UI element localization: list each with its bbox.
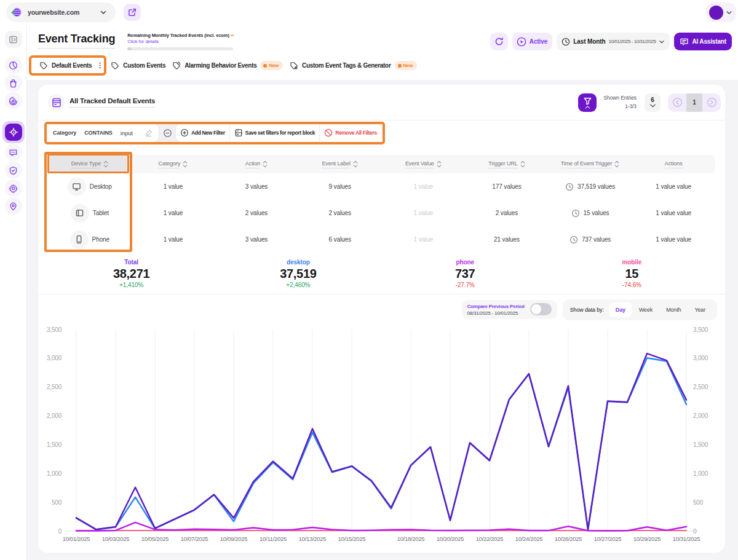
usage-progress-bar [127, 47, 233, 50]
report-card: All Tracked Default Events Shown Entries [38, 85, 725, 553]
location-pin-icon [9, 202, 18, 211]
sidebar-item-gear[interactable] [5, 179, 22, 197]
remove-filter-icon[interactable] [163, 128, 172, 138]
chat-icon [9, 148, 18, 157]
chevron-down-icon [726, 9, 732, 16]
sidebar-toggle-button[interactable] [5, 31, 22, 48]
sidebar-item-pie-chart[interactable] [5, 57, 22, 74]
tab-custom-events[interactable]: Custom Events [111, 61, 165, 70]
column-header-category[interactable]: Category [132, 160, 215, 168]
series-total [76, 353, 686, 529]
date-range-picker[interactable]: Last Month 10/01/2025 - 10/31/2025 [557, 33, 670, 50]
page-size-select[interactable]: 6 [645, 93, 661, 112]
table-row-desktop[interactable]: Desktop1 value3 values9 values1 value177… [48, 173, 715, 200]
series-desktop [76, 358, 686, 529]
filter-value[interactable]: input [121, 130, 133, 136]
tab-label: Default Events [52, 62, 92, 69]
user-menu[interactable] [706, 2, 736, 22]
table-cell: 6 values [298, 236, 382, 243]
sidebar-item-swirl[interactable] [5, 92, 22, 109]
events-line-chart: 005005001,0001,0001,5001,5002,0002,0002,… [38, 325, 725, 551]
sort-icon[interactable] [614, 160, 619, 168]
open-website-button[interactable] [124, 4, 141, 21]
device-cell: Tablet [48, 204, 132, 223]
column-header-trigger-url[interactable]: Trigger URL [465, 160, 549, 168]
filter-operator[interactable]: CONTAINS [84, 130, 113, 136]
sidebar-item-target-active[interactable] [2, 121, 25, 143]
x-tick: 10/18/2025 [397, 535, 425, 542]
stat-change: +1,410% [48, 282, 215, 288]
edit-filter-icon[interactable] [144, 128, 153, 138]
table-cell: 1 value value [632, 236, 715, 243]
sort-icon[interactable] [103, 160, 108, 168]
tag-gear-icon [290, 61, 298, 70]
table-row-tablet[interactable]: Tablet1 value2 values2 values1 value2 va… [48, 200, 715, 226]
next-page-button[interactable] [702, 93, 721, 112]
clock-icon [569, 235, 578, 244]
sort-icon[interactable] [520, 160, 525, 168]
column-filter-button[interactable] [578, 93, 597, 112]
tab-custom-event-tags-generator[interactable]: Custom Event Tags & GeneratorNew [290, 61, 417, 70]
column-header-device-type[interactable]: Device Type [48, 160, 132, 168]
tab-alarming-behavior-events[interactable]: Alarming Behavior EventsNew [172, 61, 283, 70]
sidebar-item-chat[interactable] [5, 144, 22, 161]
remove-all-filters-button[interactable]: Remove All Filters [320, 128, 381, 137]
tab-default-events[interactable]: Default Events [39, 61, 104, 70]
current-page[interactable]: 1 [686, 93, 702, 112]
chevron-up-icon [585, 106, 590, 109]
sidebar-item-location-pin[interactable] [5, 197, 22, 215]
table-cell: 2 values [465, 210, 549, 216]
save-filters-button[interactable]: Save set filters for report block [230, 128, 320, 137]
column-header-time-of-event-trigger[interactable]: Time of Event Trigger [549, 160, 632, 168]
y-tick-left: 500 [52, 499, 62, 506]
granularity-month[interactable]: Month [659, 302, 688, 317]
usage-title: Remaining Monthly Tracked Events (incl. … [127, 33, 233, 39]
granularity-day[interactable]: Day [609, 302, 632, 317]
table-cell: 15 values [549, 209, 632, 218]
table-cell: 9 values [298, 183, 382, 190]
kebab-menu-icon[interactable] [96, 61, 104, 69]
y-tick-right: 3,500 [693, 326, 708, 333]
range-label: Last Month [573, 38, 605, 45]
x-tick: 10/24/2025 [515, 535, 543, 542]
x-tick: 10/22/2025 [476, 535, 504, 542]
stat-change: -27.7% [382, 282, 549, 288]
card-title: All Tracked Default Events [69, 97, 155, 108]
x-tick: 10/11/2025 [260, 535, 287, 542]
clock-icon [565, 183, 574, 191]
column-header-action[interactable]: Action [215, 160, 298, 168]
compare-previous-period: Compare Previous Period 08/31/2025 - 10/… [462, 300, 557, 319]
filter-field[interactable]: Category [53, 130, 76, 136]
stat-change: -74.6% [549, 282, 715, 288]
column-header-event-value[interactable]: Event Value [382, 160, 466, 168]
stat-label: desktop [215, 259, 381, 266]
swirl-icon [9, 97, 18, 106]
refresh-button[interactable] [490, 33, 508, 50]
sidebar-item-shield[interactable] [5, 162, 22, 179]
usage-details-link[interactable]: Click for details [127, 39, 233, 44]
filter-condition-chip[interactable]: Category CONTAINS input [48, 124, 159, 142]
column-header-actions[interactable]: Actions [632, 160, 715, 168]
granularity-year[interactable]: Year [688, 302, 712, 317]
x-tick: 10/26/2025 [555, 535, 582, 542]
table-row-phone[interactable]: Phone1 value3 values6 values1 value21 va… [48, 226, 715, 253]
column-header-event-label[interactable]: Event Label [298, 160, 382, 168]
badge-dot [263, 64, 267, 68]
compare-toggle[interactable] [530, 303, 552, 315]
sort-icon[interactable] [437, 160, 442, 168]
sort-icon[interactable] [263, 160, 268, 168]
tracking-status-pill[interactable]: Active [512, 33, 552, 50]
website-selector[interactable]: yourwebsite.com [6, 2, 116, 22]
sort-icon[interactable] [183, 160, 188, 168]
ai-assistant-button[interactable]: AI Assistant [674, 33, 732, 50]
granularity-week[interactable]: Week [632, 302, 659, 317]
x-tick: 10/29/2025 [633, 535, 661, 542]
sidebar-item-shopping-bag[interactable] [5, 74, 22, 92]
device-cell: Phone [48, 231, 132, 249]
chevron-down-icon [100, 9, 107, 16]
prev-page-button[interactable] [668, 93, 686, 112]
y-tick-left: 0 [58, 528, 62, 535]
chevron-down-icon [650, 104, 656, 108]
sort-icon[interactable] [353, 160, 358, 168]
add-new-filter-button[interactable]: Add New Filter [176, 128, 229, 137]
